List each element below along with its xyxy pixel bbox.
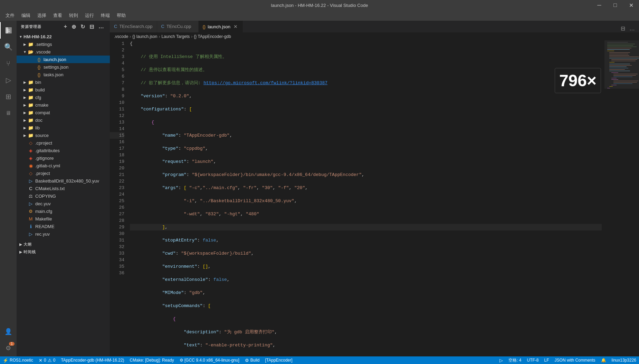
tree-item-source[interactable]: ▶ 📁 source: [17, 131, 110, 139]
status-target[interactable]: [TAppEncoder]: [262, 358, 295, 363]
new-folder-button[interactable]: ⊕: [70, 23, 78, 31]
tree-item-gitattributes[interactable]: ◈ .gitattributes: [17, 147, 110, 154]
menu-item-查看[interactable]: 查看: [50, 11, 65, 20]
breadcrumb-launch-targets[interactable]: Launch Targets: [161, 34, 190, 39]
status-run-debug[interactable]: ▷: [497, 357, 506, 363]
tree-item-build[interactable]: ▶ 📁 build: [17, 86, 110, 94]
project-icon: ◇: [28, 171, 34, 176]
tree-item-doc[interactable]: ▶ 📁 doc: [17, 116, 110, 124]
tree-item-lib[interactable]: ▶ 📁 lib: [17, 124, 110, 131]
json-icon: {}: [36, 72, 42, 77]
tree-root[interactable]: ▼ HM-HM-16.22: [17, 33, 110, 40]
collapse-all-button[interactable]: ⊟: [88, 23, 96, 31]
tab-tenc-search[interactable]: C TEncSearch.cpp: [110, 21, 157, 32]
tree-item-main-cfg[interactable]: ⚙ main.cfg: [17, 207, 110, 215]
breadcrumb-vscode[interactable]: .vscode: [114, 34, 128, 39]
tree-item-launch-json[interactable]: {} launch.json: [17, 56, 110, 63]
tree-item-rec-yuv[interactable]: ▷ rec.yuv: [17, 230, 110, 238]
status-cmake[interactable]: CMake: [Debug]: Ready: [127, 358, 177, 363]
tree-item-gitlab-ci[interactable]: ◉ .gitlab-ci.yml: [17, 162, 110, 169]
status-indent[interactable]: 空格: 4: [506, 357, 524, 363]
tree-item-makefile[interactable]: M Makefile: [17, 215, 110, 223]
tree-item-basketball[interactable]: ▷ BasketballDrill_832x480_50.yuv: [17, 177, 110, 185]
tree-item-cmakelists[interactable]: C CMakeLists.txt: [17, 185, 110, 192]
status-debug-config[interactable]: TAppEncoder-gdb (HM-HM-16.22): [58, 358, 127, 363]
code-line: "type": "cppdbg",: [130, 145, 602, 152]
tree-item-vscode[interactable]: ▼ 📂 .vscode: [17, 48, 110, 56]
activity-explorer[interactable]: ⎘: [0, 22, 17, 39]
status-language[interactable]: JSON with Comments: [552, 357, 598, 363]
status-errors[interactable]: ✕ 0 ⚠ 0: [36, 358, 58, 363]
tree-item-readme[interactable]: ℹ README: [17, 223, 110, 230]
run-icon: ▷: [499, 358, 503, 363]
statusbar: ⚡ ROS1.noetic ✕ 0 ⚠ 0 TAppEncoder-gdb (H…: [0, 356, 639, 364]
status-remote[interactable]: ⚡ ROS1.noetic: [0, 358, 36, 363]
more-tabs-button[interactable]: …: [628, 25, 636, 32]
code-line: "description": "为 gdb 启用整齐打印",: [130, 329, 602, 335]
tree-item-settings-json[interactable]: {} settings.json: [17, 63, 110, 71]
code-line: // 使用 IntelliSense 了解相关属性。: [130, 53, 602, 60]
tree-item-bin[interactable]: ▶ 📁 bin: [17, 78, 110, 86]
status-encoding[interactable]: UTF-8: [524, 357, 542, 363]
tabbar: C TEncSearch.cpp C TEncCu.cpp {} launch.…: [110, 21, 639, 33]
activity-remote[interactable]: 🖥: [0, 105, 17, 121]
close-button[interactable]: ✕: [623, 0, 639, 10]
activity-accounts[interactable]: 👤: [0, 323, 17, 340]
gitlab-icon: ◉: [28, 163, 34, 168]
status-gcc[interactable]: ⚙ [GCC 9.4.0 x86_64-linux-gnu]: [177, 358, 242, 363]
menu-item-选择[interactable]: 选择: [35, 11, 49, 20]
menu-item-终端[interactable]: 终端: [98, 11, 113, 20]
tree-item-cmake[interactable]: ▶ 📁 cmake: [17, 101, 110, 109]
menu-item-文件[interactable]: 文件: [3, 11, 17, 20]
tree-item-copying[interactable]: ⚖ COPYING: [17, 192, 110, 200]
tree-item-dec-yuv[interactable]: ▷ dec.yuv: [17, 200, 110, 207]
tree-item-tasks-json[interactable]: {} tasks.json: [17, 71, 110, 78]
status-feedback[interactable]: 🔔: [598, 357, 609, 363]
status-remote-label: ROS1.noetic: [10, 358, 33, 363]
status-eol[interactable]: LF: [542, 357, 552, 363]
tree-item-settings[interactable]: ▶ 📁 .settings: [17, 40, 110, 48]
more-actions-button[interactable]: …: [97, 23, 106, 31]
line-numbers: 123 456 789 101112 1314 15 161718 192021…: [110, 40, 127, 356]
sidebar-header: 资源管理器 + ⊕ ↻ ⊟ …: [17, 21, 110, 33]
timeline-section[interactable]: ▶ 时间线: [17, 248, 110, 256]
tree-item-gitignore[interactable]: ◈ .gitignore: [17, 154, 110, 162]
activity-run-debug[interactable]: ▷: [0, 72, 17, 88]
minimize-button[interactable]: ─: [591, 0, 607, 10]
tab-label: TEncCu.cpp: [166, 24, 191, 29]
code-line: "program": "${workspaceFolder}/bin/umake…: [130, 171, 602, 178]
outline-section[interactable]: ▶ 大纲: [17, 240, 110, 248]
tree-item-cfg[interactable]: ▶ 📁 cfg: [17, 94, 110, 101]
git-icon: ◈: [28, 156, 34, 161]
tree-item-compat[interactable]: ▶ 📁 compat: [17, 109, 110, 116]
status-live-share[interactable]: linux13p3226: [609, 357, 639, 363]
status-target-label: [TAppEncoder]: [265, 358, 292, 363]
menu-item-转到[interactable]: 转到: [66, 11, 81, 20]
breadcrumb-launch[interactable]: {} launch.json: [132, 34, 157, 39]
titlebar-title: launch.json - HM-HM-16.22 - Visual Studi…: [271, 3, 368, 8]
menu-item-帮助[interactable]: 帮助: [114, 11, 128, 20]
split-editor-button[interactable]: ⊟: [619, 24, 627, 32]
activity-search[interactable]: 🔍: [0, 39, 17, 55]
tab-tenc-cu[interactable]: C TEncCu.cpp: [157, 21, 199, 32]
status-indent-label: 空格: 4: [508, 357, 521, 363]
activity-source-control[interactable]: ⑂: [0, 55, 17, 72]
new-file-button[interactable]: +: [63, 23, 69, 31]
menu-item-编辑[interactable]: 编辑: [19, 11, 33, 20]
maximize-button[interactable]: □: [607, 0, 623, 10]
refresh-button[interactable]: ↻: [79, 23, 87, 31]
tree-item-cproject[interactable]: ◇ .cproject: [17, 139, 110, 147]
activity-settings[interactable]: ⚙1: [0, 340, 17, 356]
code-line: "name": "TAppEncoder-gdb",: [130, 132, 602, 139]
code-line: "setupCommands": [: [130, 303, 602, 309]
config-icon: ⚙: [28, 209, 34, 214]
code-content[interactable]: { // 使用 IntelliSense 了解相关属性。 // 悬停以查看现有属…: [127, 40, 604, 356]
tab-launch-json[interactable]: {} launch.json ✕: [199, 21, 243, 32]
code-line: "version": "0.2.0",: [130, 93, 602, 99]
tree-item-project[interactable]: ◇ .project: [17, 169, 110, 177]
menu-item-运行[interactable]: 运行: [82, 11, 97, 20]
breadcrumb-tappencoder[interactable]: {} TAppEncoder-gdb: [194, 34, 231, 39]
status-build[interactable]: ⚙ Build: [242, 358, 263, 363]
tab-close-button[interactable]: ✕: [232, 23, 239, 30]
activity-extensions[interactable]: ⊞: [0, 88, 17, 105]
